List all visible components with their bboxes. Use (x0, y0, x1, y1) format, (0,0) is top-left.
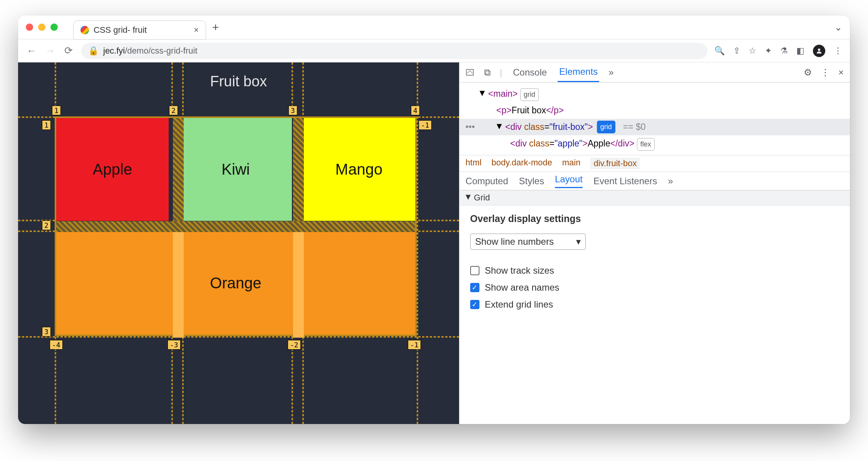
browser-tab[interactable]: CSS grid- fruit × (73, 20, 206, 40)
tab-title: CSS grid- fruit (94, 25, 147, 35)
grid-line-extended (18, 336, 459, 338)
checkbox-extend-lines[interactable]: ✓ Extend grid lines (470, 299, 839, 310)
grid-gap-overlay (173, 118, 184, 221)
more-tabs-icon[interactable]: » (608, 67, 613, 78)
dom-tree[interactable]: ▼<main> grid <p>Fruit box</p> ••• ▼<div … (459, 82, 850, 155)
gear-icon[interactable]: ⚙ (804, 67, 812, 78)
selected-dom-node[interactable]: ••• ▼<div class="fruit-box"> grid == $0 (459, 119, 850, 135)
cell-kiwi: Kiwi (179, 118, 292, 221)
new-tab-button[interactable]: + (212, 21, 219, 34)
grid-container[interactable]: Apple Kiwi Mango Orange (55, 116, 417, 336)
cell-apple: Apple (56, 118, 169, 221)
forward-button[interactable]: → (44, 45, 56, 57)
overlay-title: Overlay display settings (470, 213, 839, 224)
breadcrumb[interactable]: html body.dark-mode main div.fruit-box (459, 155, 850, 172)
line-label: 2 (169, 106, 178, 115)
svg-point-0 (818, 49, 820, 51)
chevron-down-icon: ▾ (576, 236, 581, 247)
content-area: Fruit box Apple Kiwi Mango Orange (18, 62, 850, 424)
line-label: -3 (168, 340, 181, 350)
omnibox[interactable]: 🔒 jec.fyi/demo/css-grid-fruit (81, 43, 707, 59)
cell-orange: Orange (56, 232, 415, 335)
styles-tabbar: Computed Styles Layout Event Listeners » (459, 172, 850, 190)
labs-icon[interactable]: ⚗ (780, 46, 788, 56)
page-title: Fruit box (18, 73, 459, 90)
line-label: -4 (50, 340, 63, 350)
crumb-body[interactable]: body.dark-mode (491, 158, 552, 169)
tab-styles[interactable]: Styles (519, 176, 544, 187)
extensions-icon[interactable]: ✦ (765, 46, 772, 56)
close-devtools-icon[interactable]: × (838, 67, 844, 78)
line-label: -1 (408, 340, 421, 350)
back-button[interactable]: ← (26, 45, 37, 57)
checkbox-icon: ✓ (470, 283, 479, 292)
crumb-main[interactable]: main (562, 158, 581, 169)
checkbox-icon (470, 266, 479, 275)
tab-elements[interactable]: Elements (558, 62, 599, 82)
checkbox-track-sizes[interactable]: Show track sizes (470, 265, 839, 276)
line-label: 3 (288, 106, 297, 115)
line-label: 1 (52, 106, 61, 115)
line-label: -2 (288, 340, 301, 350)
devtools-tabbar: ⮹ ⧉ | Console Elements » ⚙ ⋮ × (459, 62, 850, 82)
minimize-window-button[interactable] (38, 24, 45, 31)
profile-avatar[interactable] (813, 45, 825, 57)
crumb-html[interactable]: html (466, 158, 482, 169)
toolbar-icons: 🔍 ⇪ ☆ ✦ ⚗ ◧ ⋮ (714, 45, 842, 57)
tab-console[interactable]: Console (511, 63, 548, 82)
grid-gap-overlay (293, 118, 304, 221)
maximize-window-button[interactable] (50, 24, 58, 31)
line-label: 3 (42, 327, 51, 336)
page-viewport: Fruit box Apple Kiwi Mango Orange (18, 62, 459, 424)
menu-icon[interactable]: ⋮ (834, 46, 842, 56)
lock-icon: 🔒 (88, 46, 99, 56)
grid-gap-overlay (173, 232, 184, 338)
line-label: -1 (419, 120, 432, 130)
address-bar: ← → ⟳ 🔒 jec.fyi/demo/css-grid-fruit 🔍 ⇪ … (18, 39, 850, 62)
kebab-icon[interactable]: ⋮ (821, 67, 830, 78)
titlebar: CSS grid- fruit × + ⌄ (18, 15, 850, 39)
grid-section-header[interactable]: ▼Grid (459, 190, 850, 205)
zoom-icon[interactable]: 🔍 (714, 46, 725, 56)
checkbox-area-names[interactable]: ✓ Show area names (470, 282, 839, 293)
url-text: jec.fyi/demo/css-grid-fruit (103, 46, 198, 56)
panel-icon[interactable]: ◧ (796, 46, 804, 56)
tab-computed[interactable]: Computed (466, 176, 508, 187)
tab-layout[interactable]: Layout (555, 174, 583, 188)
device-mode-icon[interactable]: ⧉ (484, 67, 491, 78)
line-numbers-select[interactable]: Show line numbers▾ (470, 234, 586, 250)
overlay-settings: Overlay display settings Show line numbe… (459, 205, 850, 324)
share-icon[interactable]: ⇪ (733, 46, 740, 56)
cell-mango: Mango (303, 118, 415, 221)
window-controls (26, 24, 58, 31)
line-label: 1 (42, 120, 51, 130)
grid-gap-overlay (56, 221, 415, 232)
grid-gap-overlay (293, 232, 304, 338)
close-tab-icon[interactable]: × (194, 25, 199, 35)
line-label: 2 (42, 220, 51, 230)
bookmark-icon[interactable]: ☆ (749, 46, 756, 56)
devtools-panel: ⮹ ⧉ | Console Elements » ⚙ ⋮ × ▼<main> g… (459, 62, 850, 424)
tabs-menu-icon[interactable]: ⌄ (834, 22, 842, 33)
checkbox-icon: ✓ (470, 300, 479, 309)
favicon-icon (80, 26, 89, 34)
fruit-box-grid: Apple Kiwi Mango Orange (55, 116, 417, 336)
more-subtabs-icon[interactable]: » (668, 176, 673, 187)
close-window-button[interactable] (26, 24, 33, 31)
inspect-icon[interactable]: ⮹ (466, 67, 475, 78)
tab-event-listeners[interactable]: Event Listeners (593, 176, 657, 187)
crumb-fruit-box[interactable]: div.fruit-box (590, 158, 640, 169)
browser-window: CSS grid- fruit × + ⌄ ← → ⟳ 🔒 jec.fyi/de… (18, 15, 850, 424)
line-label: 4 (411, 106, 420, 115)
reload-button[interactable]: ⟳ (63, 45, 74, 57)
